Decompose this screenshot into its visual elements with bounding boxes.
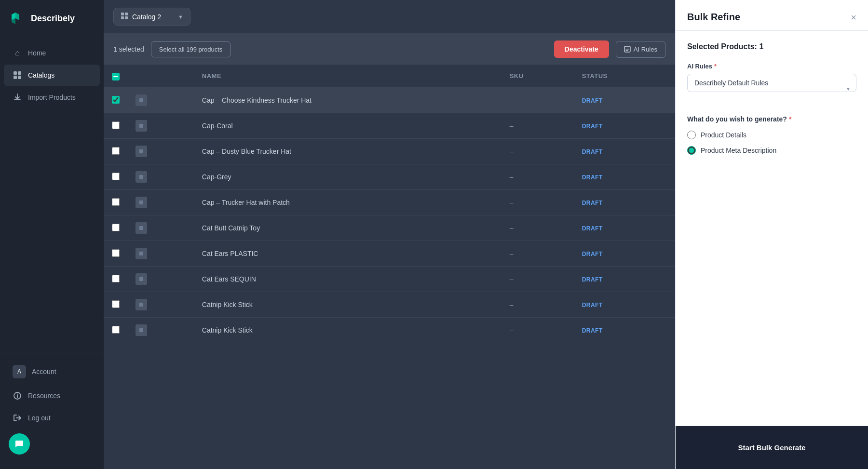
row-checkbox[interactable] [112, 147, 120, 155]
table-row: Cap-Coral – DRAFT [104, 113, 675, 139]
ai-rules-button[interactable]: AI Rules [616, 41, 665, 58]
svg-rect-3 [14, 76, 17, 79]
row-status: DRAFT [574, 113, 675, 139]
row-sku: – [502, 215, 574, 241]
catalog-name: Catalog 2 [132, 13, 161, 21]
products-table-container: Name SKU Status Cap – Choose Kindness Tr… [104, 65, 675, 469]
svg-rect-1 [14, 71, 17, 75]
ai-rules-label: AI Rules [634, 46, 657, 53]
row-checkbox[interactable] [112, 249, 120, 257]
product-thumbnail [136, 299, 147, 310]
ai-rules-select[interactable]: Describely Default Rules [687, 74, 856, 92]
ai-rules-field-label: AI Rules * [687, 63, 856, 70]
catalog-selector[interactable]: Catalog 2 ▼ [113, 8, 190, 26]
sidebar-item-import[interactable]: Import Products [4, 87, 100, 108]
row-checkbox[interactable] [112, 300, 120, 308]
generate-required: * [789, 115, 791, 123]
svg-rect-12 [139, 98, 143, 102]
svg-rect-8 [121, 16, 124, 19]
panel-header: Bulk Refine × [676, 0, 868, 31]
product-thumbnail [136, 146, 147, 157]
resources-icon [13, 391, 22, 401]
svg-rect-24 [139, 252, 143, 255]
product-thumbnail [136, 222, 147, 234]
sidebar: Describely ⌂ Home Catalogs Import Produc… [0, 0, 104, 469]
product-thumbnail [136, 120, 147, 132]
svg-rect-28 [139, 303, 143, 307]
row-checkbox[interactable] [112, 326, 120, 334]
sidebar-item-catalogs[interactable]: Catalogs [4, 65, 100, 86]
radio-product-meta-label: Product Meta Description [701, 147, 776, 154]
row-thumb-cell [128, 164, 194, 190]
header-sku: SKU [502, 65, 574, 88]
row-checkbox[interactable] [112, 224, 120, 231]
header-thumb [128, 65, 194, 88]
sidebar-item-resources[interactable]: Resources [4, 385, 100, 406]
row-status: DRAFT [574, 88, 675, 113]
row-checkbox[interactable] [112, 173, 120, 180]
row-checkbox-cell [104, 113, 128, 139]
row-checkbox-cell [104, 318, 128, 343]
radio-product-meta[interactable]: Product Meta Description [687, 146, 856, 155]
row-checkbox-cell [104, 215, 128, 241]
sidebar-bottom: A Account Resources Log out [0, 353, 104, 469]
product-thumbnail [136, 248, 147, 259]
product-thumbnail [136, 273, 147, 285]
row-thumb-cell [128, 241, 194, 267]
sidebar-item-account[interactable]: A Account [4, 359, 100, 384]
row-checkbox-cell [104, 139, 128, 164]
start-bulk-generate-button[interactable]: Start Bulk Generate [687, 436, 856, 459]
chat-button[interactable] [9, 433, 30, 455]
header-checkbox-cell [104, 65, 128, 88]
svg-rect-6 [121, 13, 124, 15]
selected-products-count: Selected Products: 1 [687, 42, 856, 51]
panel-title: Bulk Refine [687, 12, 740, 23]
row-checkbox[interactable] [112, 121, 120, 129]
row-sku: – [502, 241, 574, 267]
table-row: Cap – Dusty Blue Trucker Hat – DRAFT [104, 139, 675, 164]
svg-rect-22 [139, 226, 143, 230]
row-checkbox-cell [104, 292, 128, 318]
deactivate-button[interactable]: Deactivate [554, 40, 609, 58]
ai-rules-required: * [714, 63, 717, 70]
sidebar-nav: ⌂ Home Catalogs Import Products [0, 37, 104, 353]
table-row: Catnip Kick Stick – DRAFT [104, 318, 675, 343]
radio-product-meta-input[interactable] [687, 146, 696, 155]
row-status: DRAFT [574, 292, 675, 318]
row-checkbox-cell [104, 88, 128, 113]
selected-count: 1 selected [113, 45, 144, 53]
radio-product-details[interactable]: Product Details [687, 131, 856, 139]
row-checkbox[interactable] [112, 96, 120, 104]
svg-rect-4 [18, 76, 21, 79]
home-icon: ⌂ [13, 48, 22, 58]
product-thumbnail [136, 197, 147, 208]
catalog-icon [121, 12, 128, 21]
row-checkbox[interactable] [112, 275, 120, 282]
row-checkbox-cell [104, 241, 128, 267]
row-name: Catnip Kick Stick [194, 318, 502, 343]
table-row: Cat Ears SEQUIN – DRAFT [104, 267, 675, 292]
row-name: Cap – Trucker Hat with Patch [194, 190, 502, 215]
table-row: Cap – Trucker Hat with Patch – DRAFT [104, 190, 675, 215]
radio-product-details-input[interactable] [687, 131, 696, 139]
row-name: Cat Butt Catnip Toy [194, 215, 502, 241]
select-all-button[interactable]: Select all 199 products [151, 41, 231, 57]
row-checkbox[interactable] [112, 198, 120, 206]
panel-close-button[interactable]: × [851, 13, 856, 22]
row-status: DRAFT [574, 318, 675, 343]
header-name: Name [194, 65, 502, 88]
row-name: Cap-Grey [194, 164, 502, 190]
logo-text: Describely [31, 13, 75, 24]
row-thumb-cell [128, 267, 194, 292]
row-name: Catnip Kick Stick [194, 292, 502, 318]
ai-rules-select-wrapper: Describely Default Rules [687, 74, 856, 104]
sidebar-item-logout[interactable]: Log out [4, 407, 100, 429]
indeterminate-checkbox[interactable] [112, 73, 120, 80]
sidebar-item-home[interactable]: ⌂ Home [4, 42, 100, 64]
svg-rect-16 [139, 149, 143, 153]
radio-product-details-label: Product Details [701, 131, 746, 139]
main-content: Catalog 2 ▼ 1 selected Select all 199 pr… [104, 0, 675, 469]
logo-icon [9, 10, 26, 27]
row-sku: – [502, 139, 574, 164]
sidebar-item-label: Home [28, 49, 46, 57]
